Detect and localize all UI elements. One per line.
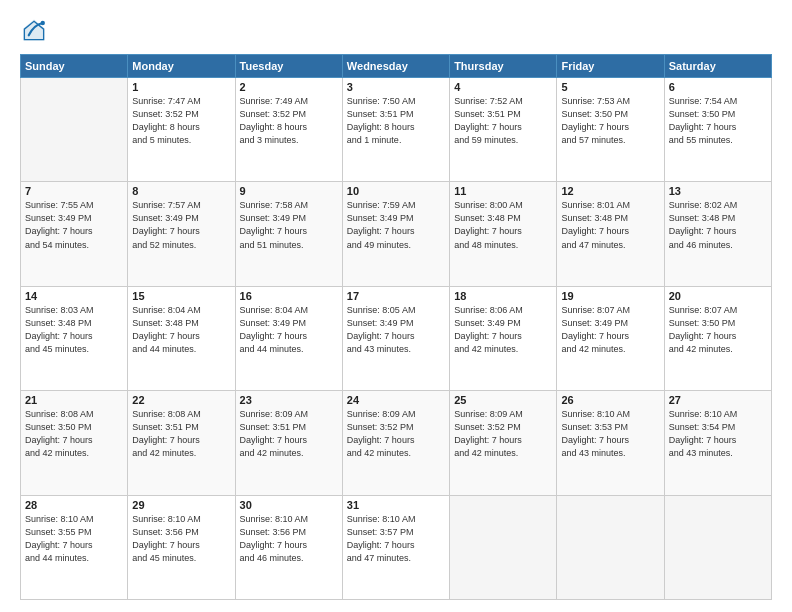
calendar-cell <box>21 78 128 182</box>
calendar-cell: 20Sunrise: 8:07 AM Sunset: 3:50 PM Dayli… <box>664 286 771 390</box>
calendar-cell <box>664 495 771 599</box>
day-number: 21 <box>25 394 123 406</box>
calendar-cell: 2Sunrise: 7:49 AM Sunset: 3:52 PM Daylig… <box>235 78 342 182</box>
calendar-cell: 21Sunrise: 8:08 AM Sunset: 3:50 PM Dayli… <box>21 391 128 495</box>
day-info: Sunrise: 8:10 AM Sunset: 3:57 PM Dayligh… <box>347 513 445 565</box>
day-info: Sunrise: 8:03 AM Sunset: 3:48 PM Dayligh… <box>25 304 123 356</box>
calendar-cell: 17Sunrise: 8:05 AM Sunset: 3:49 PM Dayli… <box>342 286 449 390</box>
logo <box>20 16 52 44</box>
day-number: 15 <box>132 290 230 302</box>
day-info: Sunrise: 8:09 AM Sunset: 3:52 PM Dayligh… <box>347 408 445 460</box>
day-info: Sunrise: 7:55 AM Sunset: 3:49 PM Dayligh… <box>25 199 123 251</box>
day-info: Sunrise: 8:09 AM Sunset: 3:52 PM Dayligh… <box>454 408 552 460</box>
calendar-header: SundayMondayTuesdayWednesdayThursdayFrid… <box>21 55 772 78</box>
day-info: Sunrise: 7:53 AM Sunset: 3:50 PM Dayligh… <box>561 95 659 147</box>
weekday-header-monday: Monday <box>128 55 235 78</box>
calendar-cell: 22Sunrise: 8:08 AM Sunset: 3:51 PM Dayli… <box>128 391 235 495</box>
day-number: 30 <box>240 499 338 511</box>
calendar: SundayMondayTuesdayWednesdayThursdayFrid… <box>20 54 772 600</box>
page: SundayMondayTuesdayWednesdayThursdayFrid… <box>0 0 792 612</box>
calendar-cell: 8Sunrise: 7:57 AM Sunset: 3:49 PM Daylig… <box>128 182 235 286</box>
day-info: Sunrise: 8:05 AM Sunset: 3:49 PM Dayligh… <box>347 304 445 356</box>
day-number: 1 <box>132 81 230 93</box>
calendar-cell: 4Sunrise: 7:52 AM Sunset: 3:51 PM Daylig… <box>450 78 557 182</box>
calendar-cell: 14Sunrise: 8:03 AM Sunset: 3:48 PM Dayli… <box>21 286 128 390</box>
weekday-header-saturday: Saturday <box>664 55 771 78</box>
week-row-4: 21Sunrise: 8:08 AM Sunset: 3:50 PM Dayli… <box>21 391 772 495</box>
calendar-cell: 3Sunrise: 7:50 AM Sunset: 3:51 PM Daylig… <box>342 78 449 182</box>
calendar-cell: 27Sunrise: 8:10 AM Sunset: 3:54 PM Dayli… <box>664 391 771 495</box>
day-info: Sunrise: 8:08 AM Sunset: 3:51 PM Dayligh… <box>132 408 230 460</box>
calendar-cell: 30Sunrise: 8:10 AM Sunset: 3:56 PM Dayli… <box>235 495 342 599</box>
day-number: 9 <box>240 185 338 197</box>
day-number: 23 <box>240 394 338 406</box>
logo-icon <box>20 16 48 44</box>
calendar-cell: 23Sunrise: 8:09 AM Sunset: 3:51 PM Dayli… <box>235 391 342 495</box>
calendar-cell: 13Sunrise: 8:02 AM Sunset: 3:48 PM Dayli… <box>664 182 771 286</box>
day-info: Sunrise: 7:54 AM Sunset: 3:50 PM Dayligh… <box>669 95 767 147</box>
header <box>20 16 772 44</box>
calendar-cell: 10Sunrise: 7:59 AM Sunset: 3:49 PM Dayli… <box>342 182 449 286</box>
calendar-cell: 6Sunrise: 7:54 AM Sunset: 3:50 PM Daylig… <box>664 78 771 182</box>
calendar-cell: 12Sunrise: 8:01 AM Sunset: 3:48 PM Dayli… <box>557 182 664 286</box>
svg-point-2 <box>41 21 45 25</box>
day-number: 12 <box>561 185 659 197</box>
day-info: Sunrise: 7:52 AM Sunset: 3:51 PM Dayligh… <box>454 95 552 147</box>
day-info: Sunrise: 8:10 AM Sunset: 3:54 PM Dayligh… <box>669 408 767 460</box>
week-row-3: 14Sunrise: 8:03 AM Sunset: 3:48 PM Dayli… <box>21 286 772 390</box>
day-number: 6 <box>669 81 767 93</box>
day-info: Sunrise: 7:50 AM Sunset: 3:51 PM Dayligh… <box>347 95 445 147</box>
day-info: Sunrise: 8:10 AM Sunset: 3:55 PM Dayligh… <box>25 513 123 565</box>
calendar-cell: 25Sunrise: 8:09 AM Sunset: 3:52 PM Dayli… <box>450 391 557 495</box>
day-number: 19 <box>561 290 659 302</box>
day-info: Sunrise: 8:06 AM Sunset: 3:49 PM Dayligh… <box>454 304 552 356</box>
day-number: 18 <box>454 290 552 302</box>
day-number: 25 <box>454 394 552 406</box>
week-row-5: 28Sunrise: 8:10 AM Sunset: 3:55 PM Dayli… <box>21 495 772 599</box>
day-number: 2 <box>240 81 338 93</box>
day-info: Sunrise: 7:49 AM Sunset: 3:52 PM Dayligh… <box>240 95 338 147</box>
calendar-cell: 18Sunrise: 8:06 AM Sunset: 3:49 PM Dayli… <box>450 286 557 390</box>
week-row-2: 7Sunrise: 7:55 AM Sunset: 3:49 PM Daylig… <box>21 182 772 286</box>
calendar-cell <box>557 495 664 599</box>
calendar-cell: 1Sunrise: 7:47 AM Sunset: 3:52 PM Daylig… <box>128 78 235 182</box>
calendar-cell: 24Sunrise: 8:09 AM Sunset: 3:52 PM Dayli… <box>342 391 449 495</box>
day-info: Sunrise: 7:58 AM Sunset: 3:49 PM Dayligh… <box>240 199 338 251</box>
calendar-cell: 7Sunrise: 7:55 AM Sunset: 3:49 PM Daylig… <box>21 182 128 286</box>
day-number: 16 <box>240 290 338 302</box>
day-info: Sunrise: 8:09 AM Sunset: 3:51 PM Dayligh… <box>240 408 338 460</box>
day-number: 10 <box>347 185 445 197</box>
day-info: Sunrise: 8:07 AM Sunset: 3:50 PM Dayligh… <box>669 304 767 356</box>
day-number: 31 <box>347 499 445 511</box>
calendar-body: 1Sunrise: 7:47 AM Sunset: 3:52 PM Daylig… <box>21 78 772 600</box>
day-info: Sunrise: 8:08 AM Sunset: 3:50 PM Dayligh… <box>25 408 123 460</box>
day-info: Sunrise: 8:00 AM Sunset: 3:48 PM Dayligh… <box>454 199 552 251</box>
weekday-header-sunday: Sunday <box>21 55 128 78</box>
calendar-cell: 16Sunrise: 8:04 AM Sunset: 3:49 PM Dayli… <box>235 286 342 390</box>
weekday-header-wednesday: Wednesday <box>342 55 449 78</box>
day-number: 24 <box>347 394 445 406</box>
calendar-cell <box>450 495 557 599</box>
calendar-cell: 15Sunrise: 8:04 AM Sunset: 3:48 PM Dayli… <box>128 286 235 390</box>
day-info: Sunrise: 8:10 AM Sunset: 3:53 PM Dayligh… <box>561 408 659 460</box>
calendar-cell: 11Sunrise: 8:00 AM Sunset: 3:48 PM Dayli… <box>450 182 557 286</box>
day-number: 8 <box>132 185 230 197</box>
calendar-cell: 26Sunrise: 8:10 AM Sunset: 3:53 PM Dayli… <box>557 391 664 495</box>
day-info: Sunrise: 8:07 AM Sunset: 3:49 PM Dayligh… <box>561 304 659 356</box>
day-number: 28 <box>25 499 123 511</box>
day-info: Sunrise: 8:10 AM Sunset: 3:56 PM Dayligh… <box>132 513 230 565</box>
day-number: 13 <box>669 185 767 197</box>
day-number: 4 <box>454 81 552 93</box>
day-number: 11 <box>454 185 552 197</box>
day-info: Sunrise: 7:59 AM Sunset: 3:49 PM Dayligh… <box>347 199 445 251</box>
day-info: Sunrise: 8:04 AM Sunset: 3:48 PM Dayligh… <box>132 304 230 356</box>
weekday-header-row: SundayMondayTuesdayWednesdayThursdayFrid… <box>21 55 772 78</box>
day-number: 20 <box>669 290 767 302</box>
day-info: Sunrise: 8:04 AM Sunset: 3:49 PM Dayligh… <box>240 304 338 356</box>
day-info: Sunrise: 8:10 AM Sunset: 3:56 PM Dayligh… <box>240 513 338 565</box>
calendar-cell: 29Sunrise: 8:10 AM Sunset: 3:56 PM Dayli… <box>128 495 235 599</box>
calendar-cell: 19Sunrise: 8:07 AM Sunset: 3:49 PM Dayli… <box>557 286 664 390</box>
weekday-header-tuesday: Tuesday <box>235 55 342 78</box>
calendar-cell: 5Sunrise: 7:53 AM Sunset: 3:50 PM Daylig… <box>557 78 664 182</box>
weekday-header-thursday: Thursday <box>450 55 557 78</box>
